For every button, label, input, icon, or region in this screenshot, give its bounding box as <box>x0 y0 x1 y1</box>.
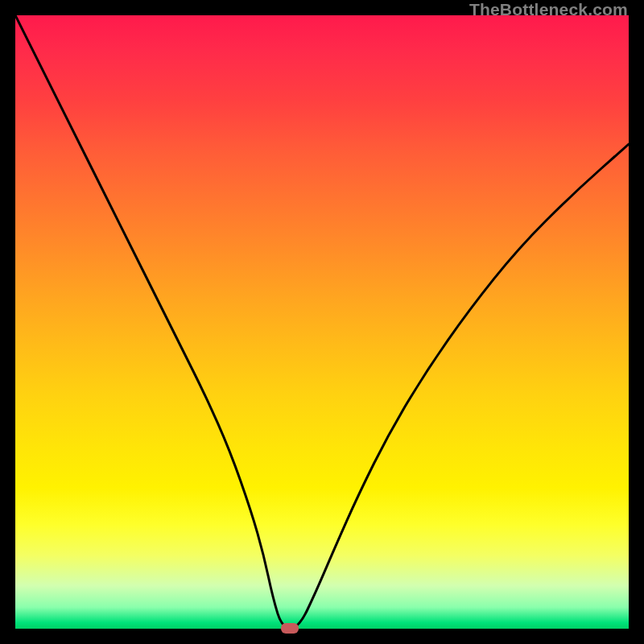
optimal-point-marker <box>281 623 299 634</box>
plot-gradient-background <box>15 15 629 629</box>
watermark-text: TheBottleneck.com <box>469 0 628 19</box>
chart-frame: TheBottleneck.com <box>0 0 644 644</box>
